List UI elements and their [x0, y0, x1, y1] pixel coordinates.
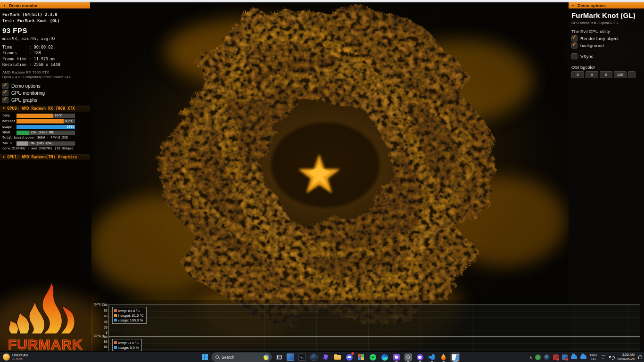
checkbox-vsync[interactable]: ✓ VSync — [569, 53, 644, 60]
taskbar-icon-media-player[interactable] — [285, 352, 295, 362]
windows-taskbar: USD/CAD -0.50% Search >_ — [0, 351, 644, 362]
checkbox-render-furry-object[interactable]: ✓ Render furry object — [569, 35, 644, 42]
checkbox-gpu-monitoring[interactable]: ✓ GPU monitoring — [0, 90, 90, 97]
collapse-arrow-icon: ▼ — [3, 107, 5, 110]
clock-date: 2024-05-26 — [617, 357, 635, 362]
gpu0-y-axis: 100 80 60 40 20 0 — [93, 304, 107, 336]
obsidian-gem-icon — [323, 354, 328, 360]
legend-row: usage: 100.0 % — [114, 318, 144, 322]
onedrive-icon[interactable] — [571, 355, 577, 359]
onedrive-icon-2[interactable] — [580, 355, 586, 359]
usage-swatch — [114, 346, 117, 349]
desktop-screen: ▼ Demo options FurMark Knot (GL) GPU str… — [0, 0, 644, 362]
search-icon — [215, 355, 219, 359]
legend-row: usage: 0.0 % — [114, 345, 139, 350]
hotspot-swatch — [114, 314, 117, 317]
taskbar-icon-purple-cat-app[interactable] — [391, 352, 401, 362]
xbox-tray-icon[interactable] — [535, 354, 541, 360]
gpu0-power-line: Total board power:360W - PPW:0.258 — [0, 136, 90, 140]
expand-arrow-icon: ▶ — [3, 156, 5, 159]
taskbar-widget[interactable]: USD/CAD -0.50% — [3, 352, 28, 362]
start-button[interactable] — [200, 352, 210, 362]
gpu0-legend: temp: 63.0 °C hotspot: 81.0 °C usage: 10… — [112, 307, 147, 324]
tray-expand-chevron-icon[interactable]: ∧ — [529, 355, 532, 360]
demo-options-header-label: Demo options — [578, 3, 606, 8]
magnifier-app-icon — [405, 354, 412, 361]
language-switcher[interactable]: ENG US — [590, 354, 597, 361]
temp-swatch — [114, 309, 117, 312]
gpu1-section-header[interactable]: ▶ GPU1: AMD Radeon(TM) Graphics — [0, 154, 90, 160]
test-name: Test: FurMark Knot (GL) — [0, 18, 90, 24]
demo-title: FurMark Knot (GL) — [569, 8, 644, 19]
bar-fill — [17, 119, 64, 123]
demo-options-header[interactable]: ▼ Demo options — [569, 2, 644, 8]
bgcolor-b-input[interactable]: 0 — [600, 71, 612, 78]
cat-app-icon — [393, 354, 400, 361]
notification-bell-icon[interactable] — [638, 355, 642, 360]
checkbox-background[interactable]: ✓ background — [569, 42, 644, 49]
folder-icon — [334, 355, 341, 360]
checkbox-demo-options[interactable]: ✓ Demo options — [0, 82, 90, 90]
demo-monitor-panel: ▼ Demo monitor FurMark (64-bit) 2.3.0 Te… — [0, 2, 90, 160]
taskbar-clock[interactable]: 3:25 AM 2024-05-26 — [617, 353, 635, 361]
checkbox-box: ✓ — [2, 97, 8, 103]
task-view-button[interactable] — [273, 352, 283, 362]
gpu-utility-tray-icon[interactable] — [562, 354, 568, 360]
spotify-icon — [370, 354, 376, 361]
bgcolor-r-input[interactable]: 0 — [571, 71, 584, 78]
bgcolor-swatch[interactable] — [628, 71, 636, 78]
checkbox-box: ✓ — [571, 53, 578, 59]
taskbar-icon-file-explorer[interactable] — [332, 352, 342, 362]
taskbar-icon-furmark[interactable] — [438, 352, 448, 362]
taskbar-icon-discord[interactable] — [344, 352, 354, 362]
notification-badge — [351, 352, 355, 355]
volume-icon[interactable] — [609, 355, 614, 360]
taskbar-icon-screen-zoom[interactable] — [403, 352, 413, 362]
stat-time: Time : 00:00:02 — [0, 44, 90, 50]
taskbar-icon-vscode[interactable] — [427, 352, 437, 362]
steam-tray-icon[interactable] — [544, 354, 550, 360]
checkbox-gpu-graphs[interactable]: ✓ GPU graphs — [0, 97, 90, 104]
taskbar-search[interactable]: Search — [212, 353, 272, 362]
terminal-icon: >_ — [298, 354, 306, 361]
gpu0-usage-bar: usage 100% — [2, 124, 90, 130]
demo-monitor-header[interactable]: ▼ Demo monitor — [0, 2, 90, 8]
bar-track: 22% (5438 MB) — [17, 131, 75, 135]
taskbar-icon-obsidian[interactable] — [321, 352, 330, 362]
demo-window-icon — [452, 354, 459, 361]
app-version: FurMark (64-bit) 2.3.0 — [0, 12, 90, 18]
bgcolor-g-input[interactable]: 0 — [586, 71, 598, 78]
bar-track: 81°C — [17, 119, 75, 123]
currency-coin-icon — [3, 354, 10, 361]
osi-bgcolor-label: OSI bgcolor — [569, 60, 644, 71]
taskbar-icon-app-tiles[interactable] — [356, 352, 366, 362]
bar-fill — [17, 141, 28, 146]
osi-bgcolor-inputs: 0 0 0 128 — [569, 71, 644, 78]
legend-row: temp: 63.0 °C — [114, 308, 144, 313]
usage-swatch — [114, 319, 117, 321]
wifi-icon[interactable] — [600, 355, 606, 359]
copilot-icon[interactable] — [264, 354, 269, 360]
gpu0-section-header[interactable]: ▼ GPU0: AMD Radeon RX 7900 XTX — [0, 106, 90, 112]
taskbar-icon-steam[interactable] — [309, 352, 319, 362]
taskbar-icon-furmark-demo-active[interactable] — [450, 352, 460, 362]
fps-minmax: min:93, max:95, avg:93 — [0, 36, 90, 42]
opengl-line: OpenGL 4.6.0 Compatibility Profile Conte… — [0, 75, 90, 80]
utility-tray-icon[interactable] — [553, 354, 559, 360]
stat-frametime: Frame time : 11.975 ms — [0, 56, 90, 62]
media-player-icon — [287, 354, 294, 361]
bgcolor-a-input[interactable]: 128 — [614, 71, 627, 78]
check-icon: ✓ — [572, 34, 577, 41]
check-icon: ✓ — [3, 89, 8, 95]
taskbar-icon-github-desktop[interactable] — [415, 352, 425, 362]
taskbar-icon-edge[interactable] — [380, 352, 389, 362]
edge-browser-icon — [381, 354, 388, 361]
bar-track: 100% — [17, 125, 75, 129]
check-icon: ✓ — [3, 96, 8, 102]
gpu0-temp-bar: temp 63°C — [2, 113, 90, 118]
taskbar-icon-terminal[interactable]: >_ — [297, 352, 307, 362]
background-window-titlebar-sliver[interactable] — [0, 0, 644, 2]
taskbar-icon-spotify[interactable] — [368, 352, 378, 362]
windows-logo-icon — [202, 354, 208, 360]
taskbar-center-dock: Search >_ — [200, 352, 460, 362]
